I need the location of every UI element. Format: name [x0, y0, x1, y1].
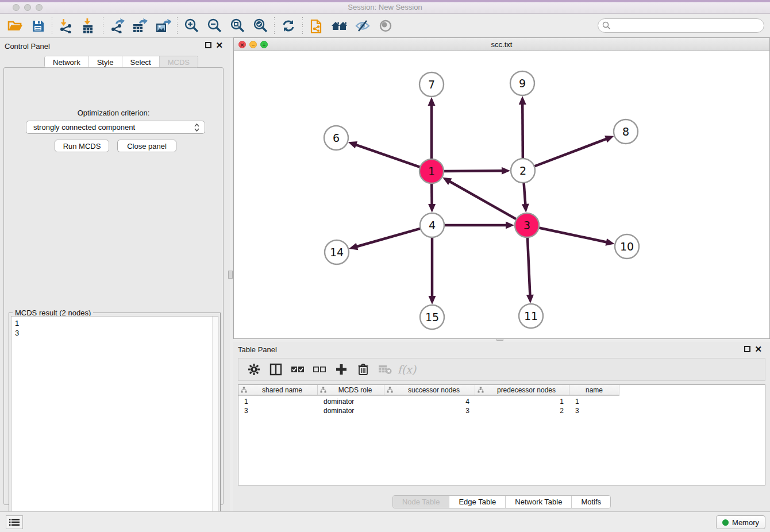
export-network-icon[interactable] [106, 16, 129, 36]
tab-network[interactable]: Network [45, 56, 89, 67]
zoom-fit-icon[interactable] [226, 16, 249, 36]
graph-edge-1-6[interactable] [355, 145, 421, 168]
window-titlebar: Session: New Session [0, 0, 770, 14]
toolbar-separator [103, 17, 103, 34]
zoom-out-icon[interactable] [203, 16, 226, 36]
import-network-icon[interactable] [55, 16, 78, 36]
graph-arrowhead [519, 96, 526, 105]
table-panel-buttons: ✕ [744, 346, 762, 352]
close-panel-button[interactable]: Close panel [117, 140, 176, 152]
export-table-icon[interactable] [129, 16, 152, 36]
graph-arrowhead [429, 296, 436, 304]
vertical-splitter-grip[interactable] [228, 271, 233, 279]
control-panel-tabs: Network Style Select MCDS [44, 56, 198, 68]
toolbar-separator [302, 17, 303, 34]
home-layout-icon[interactable] [328, 16, 351, 36]
table-cell[interactable]: 2 [475, 406, 569, 415]
table-cell[interactable]: 1 [569, 397, 619, 406]
column-header-label: name [569, 386, 619, 394]
table-cell[interactable]: 3 [569, 406, 619, 415]
table-cell[interactable]: 4 [384, 397, 475, 406]
graph-node-label: 3 [523, 219, 530, 232]
graph-edge-4-14[interactable] [356, 228, 422, 246]
result-line: 3 [15, 328, 214, 338]
memory-button[interactable]: Memory [716, 515, 765, 529]
window-title: Session: New Session [0, 3, 770, 11]
zoom-in-icon[interactable] [180, 16, 203, 36]
tab-mcds[interactable]: MCDS [160, 56, 198, 67]
column-type-icon [387, 387, 393, 393]
tab-motifs[interactable]: Motifs [572, 496, 610, 508]
network-canvas[interactable]: 7968124314101511 [234, 51, 769, 338]
hide-panels-eye-icon[interactable] [351, 16, 374, 36]
graph-arrowhead [605, 238, 614, 246]
column-header-successor-nodes[interactable]: successor nodes [384, 385, 475, 396]
export-image-icon[interactable] [152, 16, 175, 36]
new-network-from-selection-icon[interactable] [305, 16, 328, 36]
import-table-icon[interactable] [78, 16, 101, 36]
task-history-button[interactable] [6, 515, 23, 529]
tab-edge-table[interactable]: Edge Table [449, 496, 506, 508]
network-graph[interactable]: 7968124314101511 [234, 51, 769, 338]
float-panel-icon[interactable] [744, 346, 750, 352]
graph-node-label: 8 [622, 125, 629, 138]
graph-edge-2-9[interactable] [522, 103, 523, 160]
table-cell[interactable]: 1 [475, 397, 569, 406]
graph-edge-3-1[interactable] [449, 181, 517, 219]
optimization-criterion-label: Optimization criterion: [4, 109, 223, 117]
delete-column-trash-icon[interactable] [353, 360, 373, 379]
dropdown-selected-value: strongly connected component [33, 123, 135, 132]
table-cell[interactable]: 3 [238, 406, 318, 415]
mcds-result-list[interactable]: 1 3 [11, 316, 218, 530]
deselect-all-checkboxes-icon[interactable] [310, 360, 329, 379]
select-all-checkboxes-icon[interactable] [288, 360, 307, 379]
graph-edge-2-8[interactable] [533, 138, 607, 167]
run-mcds-button[interactable]: Run MCDS [55, 140, 109, 152]
float-panel-icon[interactable] [205, 42, 211, 48]
tab-style[interactable]: Style [89, 56, 122, 67]
column-header-MCDS-role[interactable]: MCDS role [318, 385, 384, 396]
column-header-shared-name[interactable]: shared name [238, 385, 318, 396]
graph-node-label: 14 [330, 246, 344, 259]
graph-arrowhead [605, 136, 614, 142]
graph-arrowhead [526, 295, 534, 303]
table-cell[interactable]: dominator [318, 406, 384, 415]
show-columns-icon[interactable] [266, 360, 286, 379]
control-panel-buttons: ✕ [205, 42, 223, 48]
graph-edge-3-11[interactable] [528, 236, 530, 296]
table-row[interactable]: 1dominator411 [238, 397, 619, 406]
table-cell[interactable]: 1 [238, 397, 318, 406]
main-toolbar [0, 14, 770, 38]
result-scrollbar[interactable] [212, 317, 218, 529]
search-input[interactable] [598, 18, 764, 33]
column-header-predecessor-nodes[interactable]: predecessor nodes [475, 385, 569, 396]
titlebar-accent-strip [0, 0, 770, 2]
tab-select[interactable]: Select [122, 56, 160, 67]
toolbar-separator [274, 17, 275, 34]
close-panel-icon[interactable]: ✕ [215, 42, 223, 48]
network-window-titlebar[interactable]: ✕ – + scc.txt [234, 38, 769, 51]
column-header-label: successor nodes [393, 386, 475, 394]
graph-edge-2-3[interactable] [523, 182, 525, 205]
graph-edge-3-10[interactable] [538, 228, 607, 242]
memory-status-icon [722, 519, 729, 526]
add-column-icon[interactable] [332, 360, 351, 379]
graph-arrowhead [428, 204, 436, 213]
toolbar-separator [52, 17, 52, 34]
tab-network-table[interactable]: Network Table [506, 496, 572, 508]
node-table[interactable]: shared nameMCDS rolesuccessor nodesprede… [238, 384, 765, 485]
close-panel-icon[interactable]: ✕ [754, 346, 762, 352]
refresh-icon[interactable] [277, 16, 300, 36]
table-row[interactable]: 3dominator323 [238, 406, 619, 415]
open-file-icon[interactable] [3, 16, 26, 36]
optimization-criterion-select[interactable]: strongly connected component [26, 121, 205, 134]
show-panels-eye-icon[interactable] [374, 16, 397, 36]
column-header-name[interactable]: name [569, 385, 619, 396]
table-cell[interactable]: dominator [318, 397, 384, 406]
table-cell[interactable]: 3 [384, 406, 475, 415]
tab-node-table[interactable]: Node Table [393, 496, 450, 508]
save-session-icon[interactable] [26, 16, 49, 36]
zoom-selected-icon[interactable] [249, 16, 272, 36]
graph-edge-1-2[interactable] [442, 171, 503, 171]
table-settings-gear-icon[interactable] [244, 360, 264, 379]
